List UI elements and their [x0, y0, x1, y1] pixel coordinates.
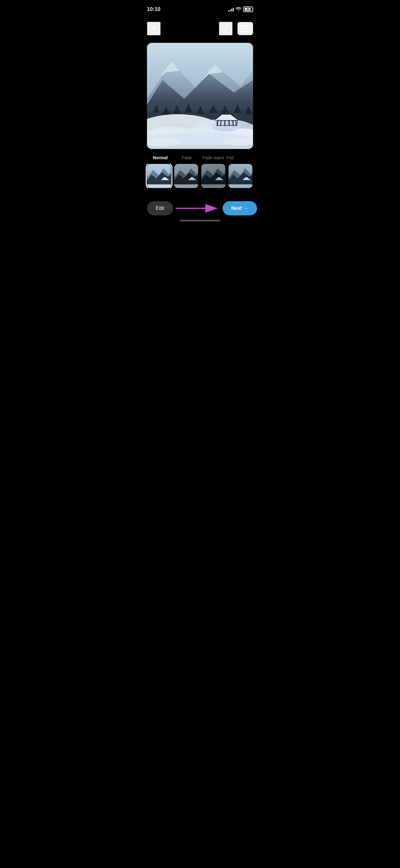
filter-thumb-fade-img	[174, 164, 198, 188]
svg-rect-56	[147, 184, 171, 188]
home-indicator	[139, 216, 261, 224]
filter-thumb-normal-img	[147, 164, 171, 188]
filter-section: Normal Fade Fade warm Fad	[139, 155, 261, 193]
arrow-decoration	[173, 200, 223, 216]
filter-thumb-fade2-img	[229, 164, 253, 188]
svg-rect-68	[201, 184, 226, 188]
close-button[interactable]: ✕	[147, 22, 161, 35]
filter-label-normal: Normal	[147, 155, 174, 160]
next-button[interactable]: Next →	[223, 201, 257, 215]
svg-text:+: +	[228, 25, 229, 26]
arrow-icon	[173, 200, 223, 216]
bottom-bar: Edit Next →	[139, 193, 261, 216]
filter-thumb-fade2[interactable]	[229, 164, 253, 188]
filter-thumb-fade-warm[interactable]	[201, 164, 226, 188]
status-time: 10:10	[147, 6, 160, 12]
home-bar	[180, 220, 220, 221]
main-image	[147, 43, 253, 149]
filter-thumb-normal[interactable]	[147, 164, 171, 188]
battery-indicator: 89	[243, 6, 253, 12]
filter-label-fade: Fade	[174, 155, 200, 160]
signal-icon	[228, 7, 234, 11]
toolbar-right-actions: ✦ + +	[219, 22, 253, 35]
mountain-scene-svg	[147, 43, 253, 149]
battery-level-text: 89	[246, 8, 249, 11]
filter-label-row: Normal Fade Fade warm Fad	[139, 155, 261, 160]
filter-label-fade2: Fad	[227, 155, 253, 160]
svg-rect-74	[229, 184, 253, 188]
status-icons: 89	[228, 6, 253, 12]
close-icon: ✕	[151, 25, 157, 33]
filter-label-fade-warm: Fade warm	[200, 155, 227, 160]
magic-wand-button[interactable]: ✦ + +	[219, 22, 233, 35]
magic-wand-icon: ✦ + +	[222, 24, 230, 33]
filter-thumb-fade[interactable]	[174, 164, 198, 188]
edit-button[interactable]: Edit	[147, 201, 173, 215]
svg-text:+: +	[226, 24, 227, 26]
svg-rect-62	[174, 184, 198, 188]
status-bar: 10:10 89	[139, 0, 261, 17]
gallery-icon	[240, 24, 250, 33]
gallery-picker-button[interactable]	[237, 22, 253, 35]
wifi-icon	[236, 7, 241, 11]
filter-thumb-fade-warm-img	[201, 164, 226, 188]
svg-rect-7	[242, 26, 245, 30]
filter-thumbnails-row	[139, 164, 261, 188]
top-toolbar: ✕ ✦ + +	[139, 17, 261, 40]
